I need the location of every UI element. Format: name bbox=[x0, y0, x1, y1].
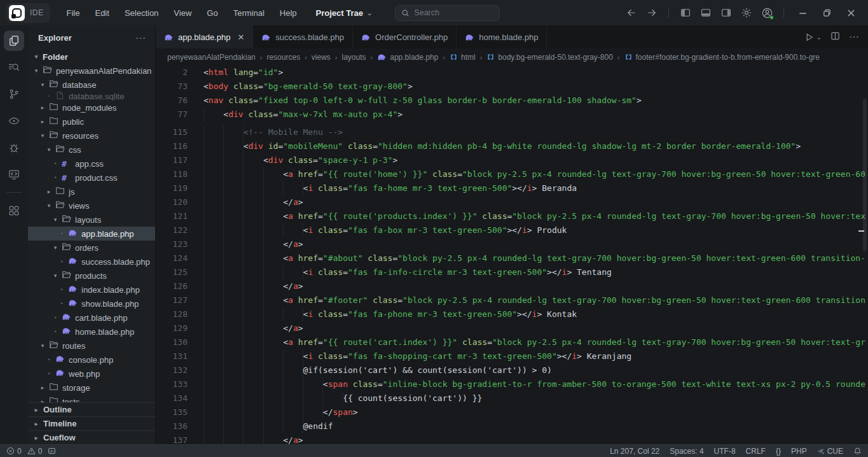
breadcrumb-item[interactable]: layouts bbox=[342, 53, 366, 62]
breadcrumb-item[interactable]: resources bbox=[266, 53, 300, 62]
menu-view[interactable]: View bbox=[166, 6, 199, 20]
folder-icon bbox=[49, 79, 59, 90]
explorer-more-actions-button[interactable]: ··· bbox=[135, 32, 146, 43]
tree-item-storage[interactable]: ▸storage bbox=[28, 381, 155, 395]
status-error-circle[interactable]: 0 bbox=[6, 447, 22, 456]
window-minimize-button[interactable] bbox=[792, 3, 813, 22]
status-language-mode[interactable]: PHP bbox=[791, 447, 807, 456]
sidebar-section-outline[interactable]: ▸Outline bbox=[28, 402, 155, 416]
breadcrumb-item[interactable]: html bbox=[450, 53, 476, 62]
menu-edit[interactable]: Edit bbox=[87, 6, 116, 20]
tree-item-routes[interactable]: ▾routes bbox=[28, 339, 155, 353]
status-indentation[interactable]: Spaces: 4 bbox=[670, 447, 703, 456]
tree-item-label: web.php bbox=[69, 369, 100, 379]
menu-go[interactable]: Go bbox=[199, 6, 225, 20]
activity-bug-button[interactable] bbox=[4, 137, 24, 158]
status-cursor-position[interactable]: Ln 207, Col 22 bbox=[610, 447, 659, 456]
menu-selection[interactable]: Selection bbox=[117, 6, 166, 20]
activity-files-button[interactable] bbox=[4, 31, 24, 51]
search-input[interactable]: Search bbox=[395, 5, 500, 21]
tree-item-home-blade-php[interactable]: •home.blade.php bbox=[28, 325, 155, 339]
tree-item-tests[interactable]: ▸tests bbox=[28, 395, 155, 402]
tree-item-orders[interactable]: ▾orders bbox=[28, 241, 155, 255]
split-editor-button[interactable] bbox=[830, 31, 840, 43]
status-warning-triangle[interactable]: 0 bbox=[27, 447, 43, 456]
window-maximize-button[interactable] bbox=[816, 3, 837, 22]
gear-button[interactable] bbox=[738, 4, 755, 22]
tree-item-penyewaanalatpendakian[interactable]: ▾penyewaanAlatPendakian bbox=[28, 64, 155, 78]
tree-item-product-css[interactable]: •#product.css bbox=[28, 171, 155, 185]
menu-help[interactable]: Help bbox=[272, 6, 305, 20]
editor-scrollbar[interactable] bbox=[863, 99, 867, 251]
status-encoding[interactable]: UTF-8 bbox=[714, 447, 736, 456]
activity-search-button[interactable] bbox=[4, 57, 24, 78]
tree-item-views[interactable]: ▾views bbox=[28, 199, 155, 213]
folder-section-header[interactable]: ▾ Folder bbox=[28, 50, 155, 64]
menu-terminal[interactable]: Terminal bbox=[226, 6, 272, 20]
app-logo-box[interactable]: IDE bbox=[6, 3, 50, 23]
tree-item-public[interactable]: ▸public bbox=[28, 115, 155, 129]
breadcrumb-item[interactable]: views bbox=[312, 53, 331, 62]
tree-item-layouts[interactable]: ▾layouts bbox=[28, 213, 155, 227]
window-close-button[interactable] bbox=[840, 3, 862, 22]
tree-item-success-blade-php[interactable]: •success.blade.php bbox=[28, 255, 155, 269]
status-braces[interactable]: {} bbox=[776, 447, 781, 456]
maximize-icon bbox=[822, 8, 832, 18]
activity-eye-button[interactable] bbox=[4, 111, 24, 131]
breadcrumb-item[interactable]: footer#footer.bg-gradient-to-b.from-emer… bbox=[624, 53, 820, 62]
tree-item-database-sqlite[interactable]: •database.sqlite bbox=[28, 92, 155, 101]
status-stats[interactable] bbox=[48, 447, 56, 455]
breadcrumb-item[interactable]: app.blade.php bbox=[377, 52, 438, 62]
activity-console-button[interactable] bbox=[4, 164, 24, 185]
tree-item-database[interactable]: ▾database bbox=[28, 78, 155, 92]
status-eol[interactable]: CRLF bbox=[746, 447, 766, 456]
tab-home-blade-php[interactable]: home.blade.php bbox=[457, 25, 547, 48]
breadcrumb-item[interactable]: body.bg-emerald-50.text-gray-800 bbox=[486, 53, 613, 62]
sidebar-section-cueflow[interactable]: ▸Cueflow bbox=[28, 430, 155, 444]
tree-item-console-php[interactable]: •console.php bbox=[28, 353, 155, 367]
line-number: 119 bbox=[156, 181, 188, 195]
panel-right-button[interactable] bbox=[717, 4, 735, 22]
file-dot-icon: • bbox=[52, 314, 59, 321]
code-line-115: 115 <!-- Mobile Menu --> bbox=[156, 125, 868, 139]
tree-item-index-blade-php[interactable]: •index.blade.php bbox=[28, 283, 155, 297]
tree-item-css[interactable]: ▾css bbox=[28, 143, 155, 157]
project-name: Project Trae bbox=[316, 8, 363, 18]
sidebar-section-timeline[interactable]: ▸Timeline bbox=[28, 416, 155, 430]
code-line-128: 128 <i class="fas fa-phone mr-3 text-gre… bbox=[156, 307, 868, 321]
arrow-forward-button[interactable] bbox=[643, 4, 661, 22]
code-area[interactable]: 2<html lang="id">73<body class="bg-emera… bbox=[156, 66, 868, 444]
tab-ordercontroller-php[interactable]: OrderController.php bbox=[353, 25, 457, 48]
tree-item-resources[interactable]: ▾resources bbox=[28, 129, 155, 143]
tree-item-cart-blade-php[interactable]: •cart.blade.php bbox=[28, 311, 155, 325]
status-cue[interactable]: CUE bbox=[817, 447, 843, 456]
console-icon bbox=[8, 168, 20, 181]
tree-item-show-blade-php[interactable]: •show.blade.php bbox=[28, 297, 155, 311]
arrow-forward-icon bbox=[646, 7, 658, 18]
account-button[interactable] bbox=[758, 4, 776, 22]
tree-item-products[interactable]: ▾products bbox=[28, 269, 155, 283]
tree-item-app-css[interactable]: •#app.css bbox=[28, 157, 155, 171]
arrow-back-button[interactable] bbox=[623, 4, 640, 22]
code-line-76: 76<nav class="fixed top-0 left-0 w-full … bbox=[156, 94, 868, 108]
stats-icon bbox=[48, 447, 56, 455]
activity-extensions-button[interactable] bbox=[4, 200, 24, 221]
chevron-down-icon: ▾ bbox=[46, 202, 52, 209]
panel-left-button[interactable] bbox=[677, 4, 694, 22]
activity-source-control-button[interactable] bbox=[4, 84, 24, 104]
panel-bottom-button[interactable] bbox=[697, 4, 715, 22]
tab-app-blade-php[interactable]: app.blade.php✕ bbox=[156, 25, 253, 48]
close-icon[interactable]: ✕ bbox=[237, 32, 244, 42]
tree-item-js[interactable]: ▸js bbox=[28, 185, 155, 199]
project-selector[interactable]: Project Trae ⌄ bbox=[311, 6, 378, 20]
breadcrumb-item[interactable]: penyewaanAlatPendakian bbox=[167, 53, 256, 62]
status-notifications[interactable] bbox=[853, 447, 862, 455]
tab-success-blade-php[interactable]: success.blade.php bbox=[253, 25, 353, 48]
more-actions-button[interactable]: ··· bbox=[849, 31, 859, 43]
menu-file[interactable]: File bbox=[59, 6, 88, 20]
tree-item-node-modules[interactable]: ▸node_modules bbox=[28, 101, 155, 115]
run-button[interactable]: ⌄ bbox=[804, 32, 822, 42]
tree-item-web-php[interactable]: •web.php bbox=[28, 367, 155, 381]
tab-label: app.blade.php bbox=[178, 32, 230, 42]
tree-item-app-blade-php[interactable]: •app.blade.php bbox=[28, 227, 155, 241]
